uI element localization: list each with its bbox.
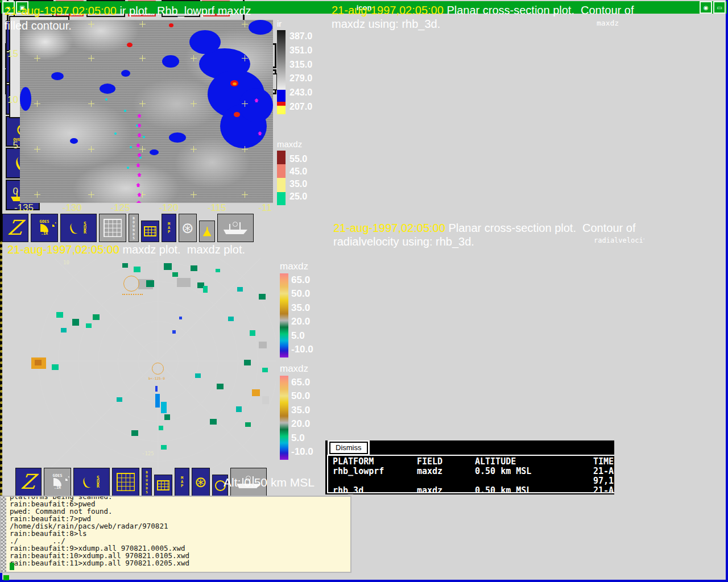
- window-shade-button[interactable]: ▭: [713, 1, 726, 14]
- cloud-blob: [70, 138, 78, 144]
- timestamp: 21-aug-1997,02:05:00: [7, 243, 119, 256]
- satellite-ir-image[interactable]: [20, 20, 273, 203]
- latlon-grid-mark: [191, 192, 197, 198]
- map-button[interactable]: MAP: [175, 468, 189, 496]
- ship-track-marker: [136, 183, 140, 187]
- grid-button[interactable]: [99, 214, 126, 242]
- radar-echo: [191, 265, 197, 271]
- latlon-grid-mark: [88, 55, 94, 61]
- window-radio-button[interactable]: ◉: [700, 1, 712, 14]
- annotation-circle: [123, 276, 139, 292]
- window-title-line2: maxdz using: rhb_3d.: [332, 18, 440, 31]
- y-axis-ticks: 151050: [3, 48, 18, 197]
- radar-echo: [52, 364, 59, 370]
- ship-wheel-icon: ⊛: [181, 221, 194, 235]
- surveillance-radar-button[interactable]: SUR: [60, 214, 97, 242]
- latlon-grid-mark: [191, 146, 197, 152]
- bounds-button[interactable]: BOUNDS: [129, 214, 139, 242]
- terminal-output: platforms being scanned.rain:beaufait:6>…: [10, 496, 189, 567]
- buoy-icon: [203, 227, 212, 236]
- radar-echo: [177, 278, 191, 287]
- latlon-grid-mark: [139, 101, 146, 107]
- ship-button[interactable]: [217, 214, 254, 242]
- platform-info-panel: Dismiss PLATFORM FIELD ALTITUDE TIME rhb…: [325, 440, 614, 494]
- zebra-menu-button[interactable]: Z: [15, 468, 42, 496]
- latlon-grid-mark: [191, 55, 197, 61]
- grid-icon: [117, 473, 135, 491]
- helm-overlay-button[interactable]: ⊛: [179, 214, 197, 242]
- cloud-blob: [162, 55, 179, 68]
- latlon-grid-mark: [242, 146, 248, 152]
- buoy-button[interactable]: [199, 221, 215, 242]
- radar-echo: [159, 426, 163, 430]
- maxdz-colorbar1-label: maxdz: [280, 261, 308, 272]
- dismiss-button[interactable]: Dismiss: [329, 442, 368, 454]
- goes-ir-button[interactable]: GOES.IR: [31, 214, 58, 242]
- platform-table-row: rhb_lowprf maxdz 0.50 km MSL 21-Aug-97,1…: [333, 467, 614, 486]
- small-grid-icon: [144, 226, 156, 236]
- small-grid-button[interactable]: [154, 475, 172, 496]
- altitude-cell: 0.50 km MSL: [475, 467, 593, 486]
- radar-echo: [172, 330, 176, 334]
- helm-overlay-button[interactable]: ⊛: [192, 468, 210, 496]
- latlon-grid-mark: [242, 21, 248, 27]
- latlon-grid-mark: [88, 101, 94, 107]
- radar-echo: [161, 402, 167, 413]
- radar-echo: [134, 267, 140, 272]
- radar-echo: [93, 314, 100, 320]
- ship-track-marker: [137, 123, 142, 127]
- goes-ir-button[interactable]: GOES.IR: [44, 468, 71, 496]
- radar-echo: [259, 294, 266, 300]
- radar-echo: [237, 287, 243, 292]
- latlon-grid-mark: [139, 21, 146, 27]
- cloud-blob: [234, 112, 240, 117]
- altitude-label: Alt: 0.50 km MSL: [224, 476, 315, 489]
- radar-echo: [72, 319, 79, 326]
- radar-echo: [195, 373, 201, 378]
- resize-grip[interactable]: [3, 575, 9, 580]
- time-cell: 21-Aug-97,1:30:27: [593, 467, 614, 486]
- radar-echo: [146, 280, 154, 287]
- platform-cell: rhb_lowprf: [333, 467, 417, 486]
- latlon-grid-mark: [242, 101, 248, 107]
- window-title-line2: radialvelocity using: rhb_3d.: [333, 235, 474, 248]
- grid-icon: [104, 219, 122, 237]
- radar-echo: [172, 272, 178, 277]
- terminal-window[interactable]: platforms being scanned.rain:beaufait:6>…: [0, 496, 351, 573]
- terminal-scrollbar[interactable]: [1, 497, 6, 572]
- colorbar-label: radialvelocity: [594, 236, 644, 244]
- latlon-grid-mark: [88, 21, 94, 27]
- small-grid-button[interactable]: [141, 221, 159, 242]
- radar-echo: [259, 342, 267, 348]
- radar-echo: [179, 317, 182, 319]
- surveillance-radar-button[interactable]: SUR: [73, 468, 110, 496]
- bounds-button[interactable]: BOUNDS: [142, 468, 152, 496]
- grid-button[interactable]: [112, 468, 139, 496]
- cloud-blob: [150, 149, 159, 155]
- radar-echo: [161, 445, 167, 450]
- cloud-blob: [169, 132, 186, 143]
- desktop: 21-aug-1997,02:05:00 ir plot. Rhb_lowprf…: [0, 0, 728, 582]
- latlon-grid-mark: [34, 55, 40, 61]
- window-title-line2: filled contour.: [5, 19, 72, 32]
- window-title: 21-aug-1997,02:05:00 maxdz plot. maxdz p…: [7, 243, 245, 256]
- zebra-menu-button[interactable]: Z: [2, 214, 28, 242]
- maxdz-colorbar1: [280, 273, 288, 357]
- ppi-radar-display[interactable]: b<-125-9 10 -125: [3, 259, 276, 472]
- cloud-blob: [114, 132, 117, 135]
- radar-echo: [262, 396, 269, 404]
- map-button[interactable]: MAP: [162, 214, 176, 242]
- radar-echo: [117, 397, 122, 402]
- small-grid-icon: [157, 480, 169, 490]
- ship-wheel-icon: ⊛: [195, 475, 207, 489]
- origin-circle: [152, 363, 164, 375]
- ir-colorbar-values: 387.0351.0315.0279.0243.0207.0: [289, 31, 312, 112]
- colorbar-label: maxdz: [597, 19, 619, 27]
- cloud-blob: [127, 43, 133, 47]
- timestamp: 21-aug-1997,02:05:00: [332, 4, 444, 16]
- terminal-cursor: [10, 563, 14, 570]
- ship-track-marker: [137, 133, 142, 137]
- annotation-label: [122, 294, 143, 295]
- ship-track-marker: [137, 114, 142, 118]
- window-title: 21-aug-1997,02:05:00 ir plot. Rhb_lowprf…: [5, 5, 251, 18]
